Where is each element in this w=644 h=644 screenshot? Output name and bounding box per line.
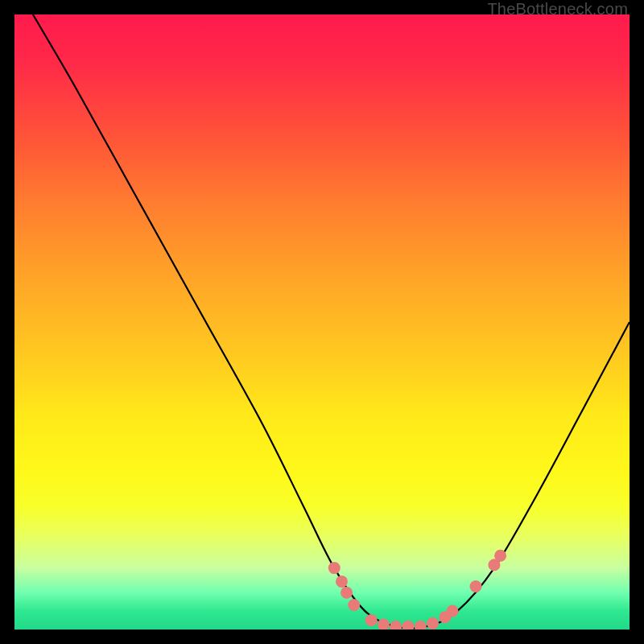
data-point — [402, 621, 414, 630]
curve-layer — [14, 14, 630, 630]
data-point — [336, 576, 348, 588]
data-point — [365, 614, 378, 626]
chart-frame: TheBottleneck.com — [0, 0, 644, 644]
data-point — [390, 621, 402, 630]
bottleneck-curve — [33, 14, 630, 629]
curve-markers — [328, 550, 506, 630]
data-point — [446, 605, 458, 617]
data-point — [494, 550, 506, 562]
data-point — [470, 580, 482, 592]
plot-area — [14, 14, 630, 630]
data-point — [341, 587, 353, 599]
data-point — [415, 621, 427, 630]
data-point — [348, 599, 360, 611]
data-point — [427, 617, 439, 630]
data-point — [328, 562, 341, 574]
